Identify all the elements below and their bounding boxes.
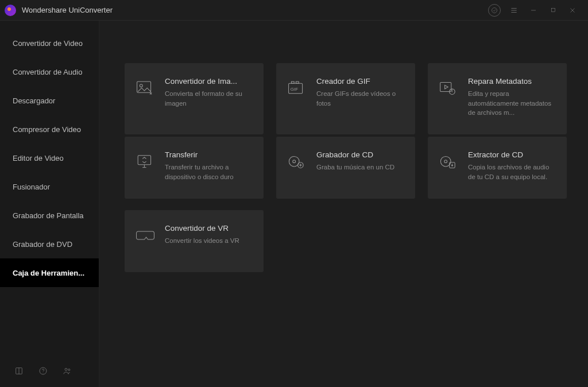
community-button[interactable] [62, 366, 72, 376]
cd-burn-icon [288, 154, 306, 170]
sidebar-items: Convertidor de Video Convertidor de Audi… [0, 21, 99, 355]
sidebar-item-merger[interactable]: Fusionador [0, 172, 99, 201]
tool-card-image-converter[interactable]: Convertidor de Ima... Convierta el forma… [125, 63, 264, 134]
cd-rip-icon [439, 154, 458, 170]
book-icon [14, 366, 24, 376]
tool-desc: Crear GIFs desde vídeos o fotos [316, 89, 405, 108]
tool-desc: Copia los archivos de audio de tu CD a s… [468, 162, 556, 181]
svg-point-0 [492, 7, 497, 13]
sidebar-item-video-editor[interactable]: Editor de Video [0, 144, 99, 172]
tool-title: Grabador de CD [316, 150, 405, 159]
sidebar-item-downloader[interactable]: Descargador [0, 86, 99, 115]
svg-point-15 [140, 84, 142, 87]
vr-icon [136, 229, 155, 242]
help-icon [38, 366, 48, 376]
sidebar-item-video-converter[interactable]: Convertidor de Video [0, 29, 99, 57]
close-icon [569, 7, 576, 14]
tool-title: Transferir [165, 150, 253, 159]
app-logo-icon [5, 5, 16, 16]
svg-text:GIF: GIF [291, 87, 298, 92]
maximize-icon [550, 7, 556, 13]
tool-title: Extractor de CD [468, 150, 556, 159]
tool-title: Convertidor de Ima... [165, 77, 253, 86]
tool-desc: Edita y repara automáticamente metadatos… [468, 89, 556, 118]
tool-title: Convertidor de VR [165, 224, 253, 233]
tool-desc: Convierta el formato de su imagen [165, 89, 253, 108]
tool-card-fix-metadata[interactable]: Repara Metadatos Edita y repara automáti… [428, 63, 567, 134]
svg-rect-5 [551, 8, 555, 11]
tool-title: Repara Metadatos [468, 77, 556, 86]
svg-point-23 [452, 91, 453, 92]
tool-card-vr-converter[interactable]: Convertidor de VR Convertir los videos a… [125, 210, 264, 272]
tools-grid: Convertidor de Ima... Convierta el forma… [125, 63, 570, 272]
title-bar: Wondershare UniConverter [0, 0, 588, 21]
close-button[interactable] [563, 2, 582, 18]
account-button[interactable] [488, 4, 501, 17]
maximize-button[interactable] [543, 2, 563, 18]
tool-card-cd-burner[interactable]: Grabador de CD Graba tu música en un CD [276, 137, 415, 199]
tool-desc: Transferir tu archivo a dispositivo o di… [165, 162, 253, 181]
sidebar-item-audio-converter[interactable]: Convertidor de Audio [0, 57, 99, 86]
tool-title: Creador de GIF [316, 77, 405, 86]
user-check-icon [491, 7, 498, 14]
svg-point-13 [68, 369, 70, 370]
minimize-icon [530, 7, 537, 14]
sidebar-item-dvd-burner[interactable]: Grabador de DVD [0, 230, 99, 258]
gif-icon: GIF [288, 80, 306, 96]
metadata-icon [439, 80, 458, 96]
app-title: Wondershare UniConverter [22, 6, 113, 14]
svg-rect-18 [291, 82, 294, 83]
svg-point-32 [444, 160, 447, 163]
sidebar-item-toolbox[interactable]: Caja de Herramien... [0, 258, 99, 287]
tool-card-gif-maker[interactable]: GIF Creador de GIF Crear GIFs desde víde… [276, 63, 415, 134]
sidebar: Convertidor de Video Convertidor de Audi… [0, 21, 99, 387]
tutorial-button[interactable] [14, 366, 24, 376]
tool-card-cd-ripper[interactable]: Extractor de CD Copia los archivos de au… [428, 137, 567, 199]
svg-point-11 [43, 373, 44, 373]
svg-point-29 [293, 160, 296, 163]
tool-card-transfer[interactable]: Transferir Transferir tu archivo a dispo… [125, 137, 264, 199]
sidebar-footer [0, 355, 99, 387]
help-button[interactable] [38, 366, 48, 376]
main-panel: Convertidor de Ima... Convierta el forma… [99, 21, 588, 387]
sidebar-item-screen-recorder[interactable]: Grabador de Pantalla [0, 201, 99, 230]
svg-rect-19 [296, 82, 299, 83]
transfer-icon [136, 153, 154, 171]
hamburger-icon [510, 6, 518, 14]
svg-marker-21 [445, 85, 448, 88]
minimize-button[interactable] [524, 2, 543, 18]
tool-desc: Graba tu música en un CD [316, 162, 405, 172]
svg-rect-25 [138, 156, 150, 165]
menu-button[interactable] [504, 2, 524, 18]
tool-desc: Convertir los videos a VR [165, 236, 253, 246]
sidebar-item-video-compressor[interactable]: Compresor de Video [0, 115, 99, 144]
image-icon [136, 80, 154, 96]
people-icon [63, 366, 72, 376]
svg-point-12 [65, 368, 67, 370]
